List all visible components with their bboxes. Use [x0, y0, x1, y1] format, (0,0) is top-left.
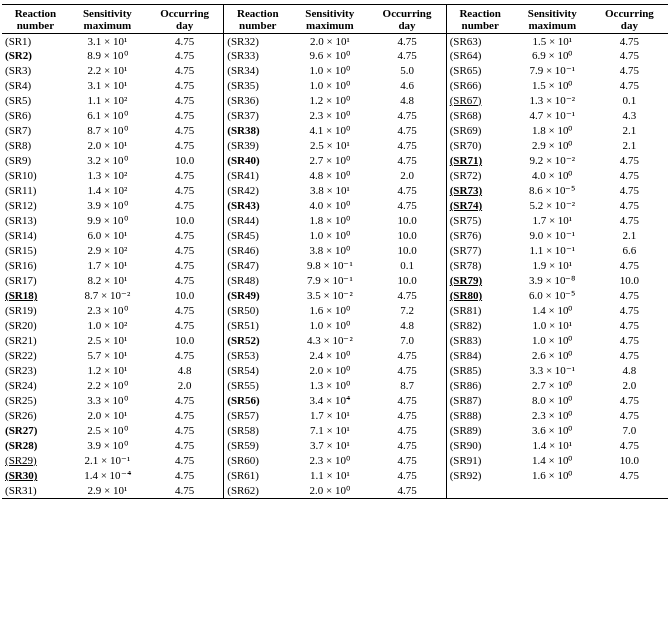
table-cell: 3.7 × 10¹: [291, 438, 368, 453]
table-cell: 10.0: [591, 273, 668, 288]
table-cell: 4.75: [368, 153, 446, 168]
table-cell: 4.75: [146, 408, 224, 423]
table-cell: (SR48): [224, 273, 292, 288]
table-cell: 1.2 × 10⁰: [291, 93, 368, 108]
table-cell: 1.0 × 10⁰: [291, 78, 368, 93]
table-cell: 1.3 × 10⁻²: [514, 93, 591, 108]
table-cell: 4.75: [368, 423, 446, 438]
table-cell: 6.1 × 10⁰: [69, 108, 146, 123]
col-header-rn3: Reactionnumber: [446, 5, 514, 34]
table-cell: 2.7 × 10⁰: [514, 378, 591, 393]
table-cell: 1.0 × 10²: [69, 318, 146, 333]
table-cell: (SR24): [2, 378, 69, 393]
table-cell: 1.1 × 10⁻¹: [514, 243, 591, 258]
table-cell: (SR67): [446, 93, 514, 108]
table-cell: 4.75: [368, 393, 446, 408]
table-cell: 10.0: [146, 213, 224, 228]
table-cell: 4.75: [591, 348, 668, 363]
table-cell: (SR21): [2, 333, 69, 348]
table-cell: (SR77): [446, 243, 514, 258]
table-cell: (SR38): [224, 123, 292, 138]
table-cell: 5.0: [368, 63, 446, 78]
table-cell: 5.7 × 10¹: [69, 348, 146, 363]
table-cell: (SR15): [2, 243, 69, 258]
table-cell: 10.0: [146, 333, 224, 348]
table-cell: 7.0: [368, 333, 446, 348]
table-cell: 2.1: [591, 228, 668, 243]
table-cell: (SR33): [224, 48, 292, 63]
table-cell: 4.75: [591, 318, 668, 333]
table-cell: 3.5 × 10⁻²: [291, 288, 368, 303]
table-cell: (SR69): [446, 123, 514, 138]
table-cell: (SR86): [446, 378, 514, 393]
col-header-sm3: Sensitivitymaximum: [514, 5, 591, 34]
table-cell: 4.3: [591, 108, 668, 123]
table-cell: (SR42): [224, 183, 292, 198]
table-cell: 4.75: [146, 468, 224, 483]
table-cell: 0.1: [591, 93, 668, 108]
table-cell: 1.0 × 10⁰: [291, 63, 368, 78]
table-cell: 10.0: [368, 213, 446, 228]
table-cell: (SR34): [224, 63, 292, 78]
table-cell: (SR88): [446, 408, 514, 423]
table-cell: (SR53): [224, 348, 292, 363]
table-cell: 2.5 × 10⁰: [69, 423, 146, 438]
table-cell: 4.75: [146, 423, 224, 438]
table-cell: 1.6 × 10⁰: [291, 303, 368, 318]
table-cell: 1.4 × 10¹: [514, 438, 591, 453]
table-cell: 4.75: [146, 183, 224, 198]
table-cell: 2.0: [146, 378, 224, 393]
table-cell: 4.75: [146, 438, 224, 453]
table-cell: 4.75: [146, 243, 224, 258]
table-cell: 4.1 × 10⁰: [291, 123, 368, 138]
table-cell: 4.75: [146, 48, 224, 63]
table-cell: 10.0: [591, 453, 668, 468]
table-cell: (SR7): [2, 123, 69, 138]
table-cell: 6.0 × 10¹: [69, 228, 146, 243]
table-cell: [591, 483, 668, 499]
table-cell: 6.9 × 10⁰: [514, 48, 591, 63]
table-cell: (SR17): [2, 273, 69, 288]
table-cell: 4.75: [591, 183, 668, 198]
table-cell: (SR13): [2, 213, 69, 228]
table-cell: 2.1: [591, 138, 668, 153]
table-cell: (SR92): [446, 468, 514, 483]
table-cell: 4.8 × 10⁰: [291, 168, 368, 183]
table-cell: (SR49): [224, 288, 292, 303]
table-cell: (SR71): [446, 153, 514, 168]
table-cell: (SR4): [2, 78, 69, 93]
table-cell: (SR26): [2, 408, 69, 423]
table-cell: (SR80): [446, 288, 514, 303]
table-cell: 1.4 × 10⁻⁴: [69, 468, 146, 483]
table-cell: 2.3 × 10⁰: [514, 408, 591, 423]
table-cell: 4.75: [146, 348, 224, 363]
table-cell: (SR82): [446, 318, 514, 333]
table-cell: (SR28): [2, 438, 69, 453]
table-cell: 3.3 × 10⁰: [69, 393, 146, 408]
table-cell: 4.75: [146, 273, 224, 288]
table-cell: 7.1 × 10¹: [291, 423, 368, 438]
table-cell: 3.6 × 10⁰: [514, 423, 591, 438]
table-cell: (SR68): [446, 108, 514, 123]
table-cell: [514, 483, 591, 499]
table-cell: (SR78): [446, 258, 514, 273]
table-cell: 3.9 × 10⁰: [69, 198, 146, 213]
table-cell: (SR46): [224, 243, 292, 258]
table-cell: 1.1 × 10²: [69, 93, 146, 108]
table-cell: (SR30): [2, 468, 69, 483]
table-cell: 4.75: [591, 408, 668, 423]
table-cell: 1.7 × 10¹: [69, 258, 146, 273]
table-cell: 4.0 × 10⁰: [291, 198, 368, 213]
table-cell: (SR32): [224, 34, 292, 49]
table-cell: (SR81): [446, 303, 514, 318]
table-cell: 4.8: [368, 93, 446, 108]
table-cell: 4.75: [368, 483, 446, 499]
main-container: Reactionnumber Sensitivitymaximum Occurr…: [0, 0, 670, 503]
table-cell: (SR2): [2, 48, 69, 63]
table-cell: 1.4 × 10²: [69, 183, 146, 198]
table-cell: (SR56): [224, 393, 292, 408]
table-cell: (SR52): [224, 333, 292, 348]
table-cell: (SR73): [446, 183, 514, 198]
table-cell: 2.5 × 10¹: [291, 138, 368, 153]
table-cell: 4.3 × 10⁻²: [291, 333, 368, 348]
